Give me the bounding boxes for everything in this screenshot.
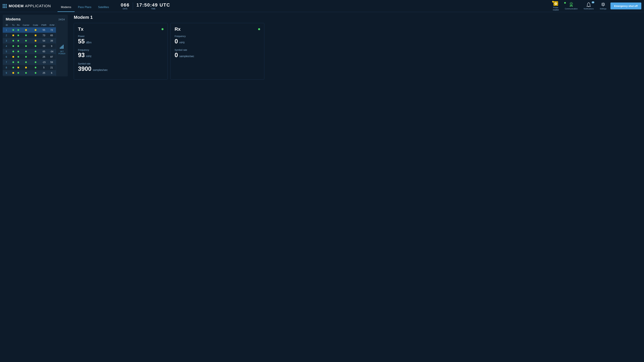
rx-symbol-rate-label: Symbol rate	[174, 49, 260, 51]
table-row[interactable]: 15572	[3, 27, 56, 33]
rx-status-dot	[258, 28, 260, 30]
notifications-icon	[586, 2, 591, 7]
power-icon: ⏻	[553, 1, 558, 6]
power-button[interactable]: ⏻ Power 44dBW	[550, 0, 561, 12]
col-code: Code	[31, 23, 40, 27]
time-block: 17:50:49 UTC Time	[133, 2, 174, 10]
tx-card-header: Tx	[78, 26, 164, 32]
date-block: 066 Date	[118, 2, 133, 10]
table-row[interactable]: 10-541	[3, 76, 56, 76]
svg-rect-12	[62, 45, 62, 49]
date-value: 066	[121, 2, 130, 8]
power-label: Power 44dBW	[553, 6, 559, 11]
rx-frequency-value: 0	[174, 38, 178, 45]
table-row[interactable]: 565-34	[3, 49, 56, 54]
time-label: Time	[151, 8, 156, 10]
tx-frequency-unit: mHz	[86, 55, 92, 58]
col-carrier: Carrier	[21, 23, 31, 27]
modem-detail-title: Modem 1	[74, 15, 641, 20]
clock-section: 066 Date 17:50:49 UTC Time	[118, 2, 174, 10]
communication-status-dot	[564, 2, 566, 4]
communication-button[interactable]: Communication	[562, 1, 580, 11]
tx-card: Tx Power 55 dBm Frequency 93 mHz Symbol …	[74, 23, 168, 80]
tx-frequency-stat: Frequency 93 mHz	[78, 49, 164, 59]
modems-card: Modems 24/24 ID Tx Rx Carrier Code	[3, 15, 68, 76]
detail-cards: Tx Power 55 dBm Frequency 93 mHz Symbol …	[74, 23, 641, 80]
rx-frequency-label: Frequency	[174, 35, 260, 37]
rx-symbol-rate-unit: samples/sec	[179, 55, 194, 58]
emergency-shutoff-button[interactable]: Emergency shut off	[610, 2, 641, 9]
table-row[interactable]: 8521	[3, 65, 56, 70]
rx-frequency-unit: mHz	[179, 41, 185, 44]
tx-power-unit: dBm	[86, 41, 92, 44]
nav-pass-plans[interactable]: Pass Plans	[75, 0, 95, 12]
tx-card-title: Tx	[78, 26, 84, 32]
table-row[interactable]: 35439	[3, 38, 56, 43]
col-pwr: PWR	[40, 23, 48, 27]
svg-rect-10	[60, 47, 60, 49]
table-and-setpower: ID Tx Rx Carrier Code PWR EVM 1557227365…	[3, 23, 68, 76]
modems-table: ID Tx Rx Carrier Code PWR EVM 1557227365…	[3, 23, 56, 76]
tx-power-value: 55	[78, 38, 85, 45]
tx-frequency-value: 93	[78, 52, 85, 58]
app-grid-icon[interactable]	[3, 4, 7, 8]
header: MODEM APPLICATION Modems Pass Plans Sate…	[0, 0, 644, 12]
left-panel: Modems 24/24 ID Tx Rx Carrier Code	[0, 12, 70, 362]
table-row[interactable]: 4339	[3, 43, 56, 49]
rx-card-title: Rx	[174, 26, 180, 32]
set-power-icon	[60, 44, 64, 50]
table-row[interactable]: 27365	[3, 33, 56, 38]
tx-symbol-rate-value: 3900	[78, 65, 92, 72]
table-row[interactable]: 9256	[3, 70, 56, 76]
notifications-label: Notifications	[584, 8, 594, 10]
rx-symbol-rate-stat: Symbol rate 0 samples/sec	[174, 49, 260, 59]
communication-icon	[568, 2, 574, 7]
col-tx: Tx	[11, 23, 16, 27]
notifications-button[interactable]: 5 Notifications	[581, 1, 596, 11]
tx-frequency-label: Frequency	[78, 49, 164, 51]
app-title: MODEM APPLICATION	[9, 4, 51, 8]
col-id: ID	[3, 23, 11, 27]
settings-label: Settings	[600, 8, 606, 10]
svg-point-2	[570, 3, 572, 4]
table-row[interactable]: 62587	[3, 54, 56, 59]
time-value: 17:50:49 UTC	[136, 2, 170, 8]
col-rx: Rx	[16, 23, 21, 27]
svg-rect-11	[61, 46, 62, 49]
tx-status-dot	[162, 28, 164, 30]
tx-symbol-rate-stat: Symbol rate 3900 samples/sec	[78, 62, 164, 72]
rx-symbol-rate-value: 0	[174, 52, 178, 58]
nav-satellites[interactable]: Satellites	[95, 0, 112, 12]
table-row[interactable]: 7-1559	[3, 59, 56, 65]
set-power-button[interactable]: SETPOWER	[56, 23, 68, 76]
svg-text:⏻: ⏻	[554, 2, 557, 5]
nav-modems[interactable]: Modems	[58, 0, 74, 12]
set-power-label: SETPOWER	[58, 50, 66, 55]
main-content: Modems 24/24 ID Tx Rx Carrier Code	[0, 12, 644, 362]
tx-symbol-rate-label: Symbol rate	[78, 62, 164, 65]
right-panel: Modem 1 Tx Power 55 dBm Frequency 93 mHz	[70, 12, 644, 362]
tx-power-stat: Power 55 dBm	[78, 35, 164, 45]
tx-power-label: Power	[78, 35, 164, 37]
settings-icon	[600, 2, 606, 7]
modems-table-scroll[interactable]: ID Tx Rx Carrier Code PWR EVM 1557227365…	[3, 23, 56, 76]
modems-card-header: Modems 24/24	[3, 15, 68, 23]
main-nav: Modems Pass Plans Satellites	[58, 0, 112, 12]
header-icons: ⏻ Power 44dBW Co	[550, 0, 609, 12]
col-evm: EVM	[48, 23, 56, 27]
rx-card-header: Rx	[174, 26, 260, 32]
date-label: Date	[123, 8, 128, 10]
notifications-badge: 5	[592, 1, 594, 3]
settings-button[interactable]: Settings	[598, 1, 609, 11]
svg-rect-13	[63, 45, 64, 49]
modems-count: 24/24	[58, 18, 65, 21]
tx-symbol-rate-unit: samples/sec	[93, 68, 108, 71]
modems-title: Modems	[6, 17, 21, 21]
communication-label: Communication	[565, 8, 578, 10]
rx-frequency-stat: Frequency 0 mHz	[174, 35, 260, 45]
rx-card: Rx Frequency 0 mHz Symbol rate 0 samples…	[170, 23, 264, 80]
